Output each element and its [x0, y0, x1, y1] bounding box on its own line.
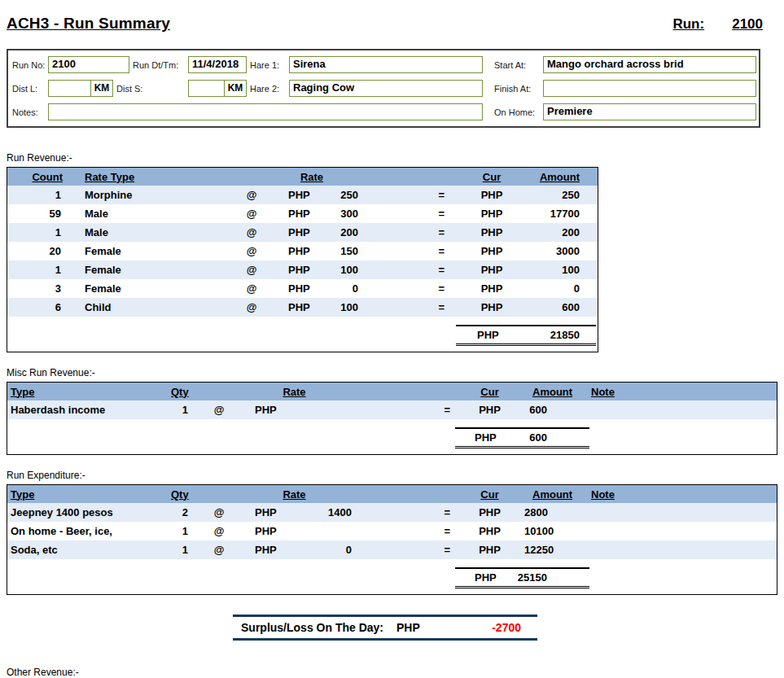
- cell-currency: PHP: [456, 226, 528, 238]
- cell-at-sign: @: [239, 189, 264, 201]
- cell-rate-type: Child: [72, 301, 239, 313]
- run-no-label: Run No:: [11, 60, 46, 70]
- surplus-loss-bar: Surplus/Loss On The Day: PHP -2700: [233, 615, 537, 641]
- notes-field[interactable]: [48, 103, 483, 120]
- surplus-amount: -2700: [420, 621, 537, 634]
- cell-rate-currency: PHP: [264, 226, 319, 238]
- run-dt-label: Run Dt/Tm:: [131, 60, 186, 70]
- run-revenue-row: 20 Female @ PHP 150 = PHP 3000: [7, 242, 598, 260]
- cell-amount: 12250: [524, 544, 589, 556]
- title-row: ACH3 - Run Summary Run: 2100: [7, 10, 777, 33]
- cell-rate-currency: PHP: [235, 525, 288, 537]
- cell-rate: 0: [288, 544, 353, 556]
- cell-currency: PHP: [455, 544, 524, 556]
- total-currency: PHP: [475, 431, 497, 444]
- dist-l-unit: KM: [91, 81, 112, 96]
- header-rate-type: Rate Type: [72, 171, 239, 183]
- run-revenue-table: Count Rate Type Rate Cur Amount 1 Morphi…: [7, 167, 598, 352]
- form-row-3: Notes: On Home: Premiere: [11, 100, 756, 124]
- run-revenue-total-row: PHP 21850: [7, 324, 598, 347]
- cell-equals-sign: =: [360, 208, 456, 220]
- on-home-field[interactable]: Premiere: [543, 103, 756, 120]
- cell-rate-currency: PHP: [264, 208, 319, 220]
- cell-equals-sign: =: [353, 404, 455, 416]
- start-at-field[interactable]: Mango orchard across brid: [543, 56, 756, 73]
- dist-s-unit: KM: [225, 81, 246, 96]
- cell-currency: PHP: [455, 525, 524, 537]
- misc-revenue-header-row: Type Qty Rate Cur Amount Note: [7, 383, 777, 400]
- expenditure-table: Type Qty Rate Cur Amount Note Jeepney 14…: [7, 484, 777, 595]
- expenditure-row: Soda, etc 1 @ PHP 0 = PHP 12250: [7, 540, 777, 559]
- cell-rate: 300: [319, 208, 360, 220]
- finish-at-field[interactable]: [543, 80, 756, 97]
- cell-count: 59: [7, 208, 72, 220]
- header-amount: Amount: [524, 386, 589, 398]
- cell-type: Jeepney 1400 pesos: [7, 506, 166, 518]
- cell-currency: PHP: [456, 189, 528, 201]
- cell-rate-currency: PHP: [264, 282, 319, 295]
- hare2-label: Hare 2:: [248, 84, 287, 94]
- run-summary-page: ACH3 - Run Summary Run: 2100 Run No: 210…: [0, 0, 784, 678]
- cell-count: 3: [7, 282, 72, 295]
- form-row-2: Dist L: KM Dist S: KM Hare 2: Raging Cow…: [11, 77, 756, 100]
- total-currency: PHP: [477, 329, 499, 341]
- cell-amount: 0: [528, 282, 596, 295]
- cell-amount: 250: [528, 189, 596, 201]
- misc-revenue-total-row: PHP 600: [7, 426, 777, 449]
- cell-qty: 1: [166, 525, 203, 537]
- header-rate: Rate: [264, 171, 360, 183]
- cell-at-sign: @: [203, 506, 235, 518]
- run-number-header: Run: 2100: [672, 16, 777, 33]
- cell-equals-sign: =: [353, 506, 455, 518]
- cell-rate: 100: [319, 264, 360, 276]
- cell-count: 1: [7, 226, 72, 238]
- header-rate: Rate: [235, 488, 353, 501]
- expenditure-section-label: Run Expenditure:-: [7, 470, 777, 481]
- cell-currency: PHP: [455, 506, 524, 518]
- header-amount: Amount: [528, 171, 596, 183]
- cell-amount: 100: [528, 264, 596, 276]
- cell-rate-currency: PHP: [264, 245, 319, 257]
- cell-amount: 600: [524, 404, 589, 416]
- hare1-field[interactable]: Sirena: [289, 56, 483, 73]
- cell-rate-type: Female: [72, 245, 239, 257]
- expenditure-header-row: Type Qty Rate Cur Amount Note: [7, 485, 777, 503]
- cell-at-sign: @: [239, 282, 264, 295]
- dist-s-field[interactable]: [189, 81, 225, 96]
- hare2-field[interactable]: Raging Cow: [289, 80, 483, 97]
- expenditure-row: On home - Beer, ice, 1 @ PHP = PHP 10100: [7, 522, 777, 540]
- run-revenue-row: 3 Female @ PHP 0 = PHP 0: [7, 279, 598, 298]
- run-details-form: Run No: 2100 Run Dt/Tm: 11/4/2018 Hare 1…: [7, 49, 760, 128]
- other-revenue-section-label: Other Revenue:-: [7, 667, 777, 678]
- header-qty: Qty: [166, 488, 203, 501]
- cell-rate: 250: [319, 189, 360, 201]
- cell-rate-currency: PHP: [235, 544, 288, 556]
- misc-revenue-table: Type Qty Rate Cur Amount Note Haberdash …: [7, 382, 777, 455]
- cell-equals-sign: =: [360, 264, 456, 276]
- run-label: Run:: [672, 16, 704, 33]
- cell-at-sign: @: [239, 264, 264, 276]
- expenditure-total-row: PHP 25150: [7, 566, 777, 589]
- misc-revenue-section-label: Misc Run Revenue:-: [7, 367, 777, 378]
- cell-at-sign: @: [239, 245, 264, 257]
- cell-equals-sign: =: [360, 301, 456, 313]
- run-dt-field[interactable]: 11/4/2018: [188, 56, 247, 73]
- cell-rate-currency: PHP: [264, 264, 319, 276]
- cell-equals-sign: =: [360, 189, 456, 201]
- surplus-label: Surplus/Loss On The Day:: [233, 621, 383, 634]
- header-cur: Cur: [456, 171, 528, 183]
- run-revenue-row: 1 Male @ PHP 200 = PHP 200: [7, 223, 598, 242]
- cell-equals-sign: =: [360, 245, 456, 257]
- cell-equals-sign: =: [360, 282, 456, 295]
- run-no-field[interactable]: 2100: [48, 56, 129, 73]
- dist-l-field[interactable]: [49, 81, 91, 96]
- run-revenue-header-row: Count Rate Type Rate Cur Amount: [7, 168, 598, 186]
- finish-at-label: Finish At:: [493, 84, 541, 94]
- cell-qty: 2: [166, 506, 203, 518]
- cell-rate: 100: [319, 301, 360, 313]
- cell-rate: 200: [319, 226, 360, 238]
- cell-type: On home - Beer, ice,: [7, 525, 166, 537]
- surplus-currency: PHP: [396, 621, 420, 634]
- cell-rate: 0: [319, 282, 360, 295]
- cell-count: 6: [7, 301, 72, 313]
